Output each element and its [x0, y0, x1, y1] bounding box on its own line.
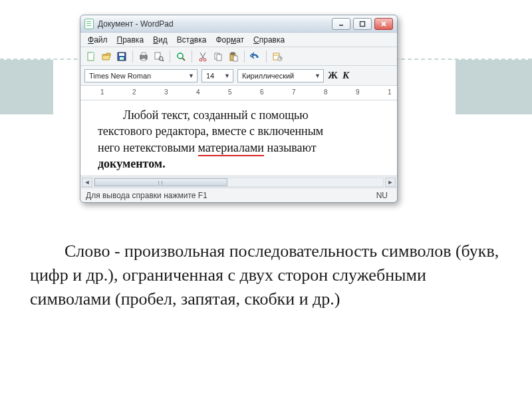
document-area[interactable]: Любой текст, созданный с помощью текстов… [80, 100, 397, 176]
ruler-mark: 3 [164, 88, 168, 96]
titlebar[interactable]: Документ - WordPad [80, 15, 397, 33]
script-combo[interactable]: Кириллический ▼ [237, 69, 324, 82]
ruler-mark: 9 [356, 88, 360, 96]
scroll-right-button[interactable]: ► [385, 178, 396, 187]
horizontal-scrollbar[interactable]: ◄ ► [80, 176, 397, 188]
toolbar-format: Times New Roman ▼ 14 ▼ Кириллический ▼ Ж… [80, 66, 397, 86]
svg-rect-25 [233, 56, 237, 61]
find-button[interactable] [174, 50, 188, 63]
ruler-mark: 6 [260, 88, 264, 96]
italic-button[interactable]: К [341, 70, 350, 81]
minimize-icon [338, 21, 344, 27]
paste-button[interactable] [227, 50, 240, 63]
spell-error: материалами [198, 141, 264, 156]
scroll-track[interactable] [94, 178, 384, 187]
maximize-icon [359, 21, 366, 27]
undo-icon [250, 51, 261, 62]
datetime-icon [272, 51, 283, 62]
toolbar-separator [170, 51, 170, 63]
ruler-mark: 5 [228, 88, 232, 96]
font-size-value: 14 [206, 72, 214, 80]
svg-rect-11 [155, 53, 160, 59]
toolbar-separator [244, 51, 245, 63]
slide-accent-right [456, 60, 532, 114]
svg-rect-24 [231, 53, 234, 55]
find-icon [176, 51, 186, 62]
document-text: Любой текст, созданный с помощью текстов… [98, 107, 386, 172]
open-icon [101, 51, 112, 62]
ruler-mark: 8 [324, 88, 328, 96]
print-preview-icon [154, 51, 164, 62]
copy-icon [213, 51, 223, 62]
toolbar-standard [80, 47, 397, 66]
svg-rect-4 [88, 53, 94, 61]
caption-text: Слово - произвольная последовательность … [30, 241, 499, 309]
bold-button[interactable]: Ж [328, 70, 337, 81]
menu-file[interactable]: Файл [84, 34, 111, 46]
svg-rect-7 [120, 57, 124, 60]
toolbar-separator [266, 51, 267, 63]
document-icon [84, 19, 94, 29]
font-family-value: Times New Roman [89, 72, 151, 80]
toolbar-separator [192, 51, 192, 63]
window-title: Документ - WordPad [98, 19, 332, 29]
statusbar-hint: Для вывода справки нажмите F1 [86, 191, 207, 200]
menubar: Файл Правка Вид Вставка Формат Справка [80, 33, 397, 47]
new-button[interactable] [84, 50, 98, 63]
ruler[interactable]: 1 2 3 4 5 6 7 8 9 1 [80, 86, 397, 100]
close-button[interactable] [374, 18, 393, 30]
svg-rect-9 [142, 53, 146, 55]
menu-view[interactable]: Вид [150, 34, 171, 46]
svg-line-15 [182, 58, 185, 61]
chevron-down-icon: ▼ [184, 72, 194, 79]
slide-caption: Слово - произвольная последовательность … [30, 239, 503, 311]
wordpad-window: Документ - WordPad Файл Правка Вид Встав… [80, 15, 398, 203]
svg-point-20 [203, 59, 206, 61]
ruler-mark: 1 [388, 88, 392, 96]
svg-line-13 [162, 60, 164, 61]
print-preview-button[interactable] [152, 50, 166, 63]
cut-icon [198, 51, 208, 62]
menu-insert[interactable]: Вставка [174, 34, 210, 46]
window-controls [332, 18, 393, 30]
chevron-down-icon: ▼ [220, 72, 230, 79]
svg-rect-10 [142, 59, 146, 61]
slide-accent-left [0, 60, 53, 114]
ruler-mark: 7 [292, 88, 296, 96]
copy-button[interactable] [211, 50, 225, 63]
cut-button[interactable] [196, 50, 209, 63]
open-button[interactable] [100, 50, 113, 63]
ruler-mark: 2 [132, 88, 136, 96]
script-value: Кириллический [242, 72, 294, 80]
font-size-combo[interactable]: 14 ▼ [201, 69, 233, 82]
menu-format[interactable]: Формат [212, 34, 247, 46]
undo-button[interactable] [249, 50, 262, 63]
menu-edit[interactable]: Правка [114, 34, 148, 46]
svg-rect-6 [119, 53, 124, 56]
ruler-mark: 1 [100, 88, 104, 96]
statusbar: Для вывода справки нажмите F1 NU [80, 188, 397, 202]
scroll-thumb[interactable] [94, 178, 227, 186]
svg-rect-22 [217, 55, 221, 61]
ruler-mark: 4 [196, 88, 200, 96]
datetime-button[interactable] [271, 50, 284, 63]
minimize-button[interactable] [332, 18, 350, 30]
print-button[interactable] [137, 50, 150, 63]
svg-point-19 [200, 59, 202, 61]
maximize-button[interactable] [353, 18, 372, 30]
paste-icon [228, 51, 239, 62]
save-icon [116, 51, 127, 62]
menu-help[interactable]: Справка [250, 34, 288, 46]
chevron-down-icon: ▼ [311, 72, 321, 79]
print-icon [138, 51, 149, 62]
scroll-left-button[interactable]: ◄ [82, 178, 92, 187]
new-icon [86, 51, 96, 62]
font-family-combo[interactable]: Times New Roman ▼ [84, 69, 198, 82]
save-button[interactable] [115, 50, 128, 63]
close-icon [380, 21, 387, 27]
statusbar-indicator: NU [372, 191, 392, 200]
svg-rect-1 [360, 21, 365, 26]
toolbar-separator [132, 51, 133, 63]
